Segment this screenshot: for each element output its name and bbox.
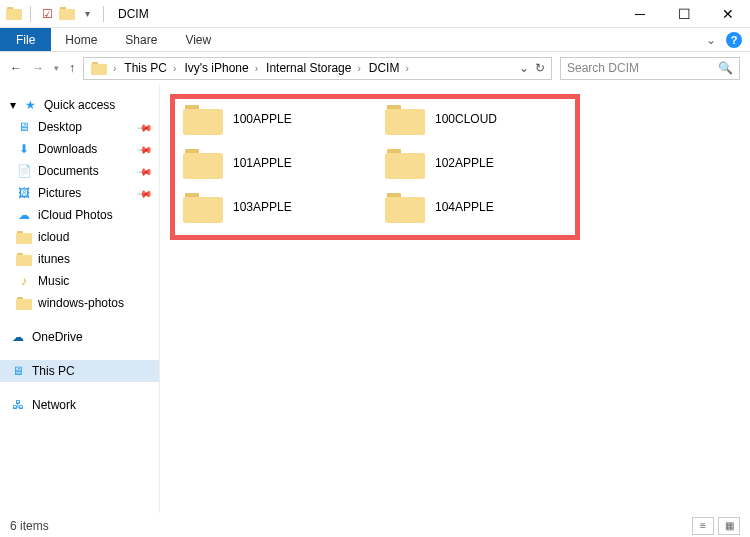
- pin-icon: 📌: [137, 141, 153, 157]
- desktop-icon: 🖥: [16, 119, 32, 135]
- quick-access-toolbar: ☑ ▾ DCIM: [0, 6, 149, 22]
- address-bar[interactable]: › This PC› Ivy's iPhone› Internal Storag…: [83, 57, 552, 80]
- maximize-button[interactable]: ☐: [662, 0, 706, 28]
- content-pane: 100APPLE 100CLOUD 101APPLE 102APPLE 103A…: [160, 84, 750, 513]
- chevron-icon[interactable]: ›: [355, 63, 362, 74]
- folder-item[interactable]: 104APPLE: [385, 191, 567, 223]
- folder-item[interactable]: 100CLOUD: [385, 103, 567, 135]
- tab-share[interactable]: Share: [111, 28, 171, 51]
- up-button[interactable]: ↑: [69, 61, 75, 75]
- download-icon: ⬇: [16, 141, 32, 157]
- pin-icon: 📌: [137, 185, 153, 201]
- ribbon-expand-icon[interactable]: ⌄: [706, 33, 716, 47]
- network-icon: 🖧: [10, 397, 26, 413]
- folder-item[interactable]: 102APPLE: [385, 147, 567, 179]
- folder-label: 104APPLE: [435, 200, 494, 214]
- folder-icon: [183, 147, 223, 179]
- sidebar-onedrive[interactable]: ☁ OneDrive: [0, 326, 159, 348]
- sidebar-item-documents[interactable]: 📄 Documents 📌: [0, 160, 159, 182]
- title-bar: ☑ ▾ DCIM ─ ☐ ✕: [0, 0, 750, 28]
- file-tab[interactable]: File: [0, 28, 51, 51]
- folder-item[interactable]: 101APPLE: [183, 147, 365, 179]
- refresh-icon[interactable]: ↻: [535, 61, 545, 75]
- sidebar-item-windows-photos[interactable]: windows-photos: [0, 292, 159, 314]
- music-icon: ♪: [16, 273, 32, 289]
- pin-icon: 📌: [137, 119, 153, 135]
- sidebar-item-downloads[interactable]: ⬇ Downloads 📌: [0, 138, 159, 160]
- pc-icon: 🖥: [10, 363, 26, 379]
- sidebar-network[interactable]: 🖧 Network: [0, 394, 159, 416]
- picture-icon: 🖼: [16, 185, 32, 201]
- sidebar-item-icloud-photos[interactable]: ☁ iCloud Photos: [0, 204, 159, 226]
- sidebar-item-icloud[interactable]: icloud: [0, 226, 159, 248]
- sidebar-item-pictures[interactable]: 🖼 Pictures 📌: [0, 182, 159, 204]
- search-box[interactable]: 🔍: [560, 57, 740, 80]
- breadcrumb: Internal Storage›: [263, 61, 366, 75]
- folder-item[interactable]: 100APPLE: [183, 103, 365, 135]
- folder-label: 102APPLE: [435, 156, 494, 170]
- sidebar-quick-access[interactable]: ▾ ★ Quick access: [0, 94, 159, 116]
- expand-icon[interactable]: ▾: [10, 98, 16, 112]
- tab-view[interactable]: View: [171, 28, 225, 51]
- search-icon[interactable]: 🔍: [718, 61, 733, 75]
- address-dropdown-icon[interactable]: ⌄: [519, 61, 529, 75]
- window-controls: ─ ☐ ✕: [618, 0, 750, 28]
- status-bar: 6 items ≡ ▦: [0, 513, 750, 537]
- folder-label: 100APPLE: [233, 112, 292, 126]
- folder-icon: [385, 147, 425, 179]
- sidebar-item-itunes[interactable]: itunes: [0, 248, 159, 270]
- qat-dropdown-icon[interactable]: ▾: [79, 6, 95, 22]
- folder-label: 103APPLE: [233, 200, 292, 214]
- help-icon[interactable]: ?: [726, 32, 742, 48]
- pin-icon: 📌: [137, 163, 153, 179]
- sidebar-item-desktop[interactable]: 🖥 Desktop 📌: [0, 116, 159, 138]
- chevron-icon[interactable]: ›: [171, 63, 178, 74]
- folder-item[interactable]: 103APPLE: [183, 191, 365, 223]
- folder-label: 101APPLE: [233, 156, 292, 170]
- document-icon: 📄: [16, 163, 32, 179]
- recent-dropdown-icon[interactable]: ▾: [54, 63, 59, 73]
- forward-button[interactable]: →: [32, 61, 44, 75]
- breadcrumb: Ivy's iPhone›: [181, 61, 263, 75]
- item-count: 6 items: [10, 519, 49, 533]
- onedrive-icon: ☁: [10, 329, 26, 345]
- folder-icon: [6, 6, 22, 22]
- separator: [103, 6, 104, 22]
- tab-home[interactable]: Home: [51, 28, 111, 51]
- nav-arrows: ← → ▾ ↑: [10, 61, 75, 75]
- folder-icon: [385, 103, 425, 135]
- details-view-button[interactable]: ≡: [692, 517, 714, 535]
- folder-icon: [183, 191, 223, 223]
- ribbon: File Home Share View ⌄ ?: [0, 28, 750, 52]
- folder-icon: [385, 191, 425, 223]
- navigation-pane: ▾ ★ Quick access 🖥 Desktop 📌 ⬇ Downloads…: [0, 84, 160, 513]
- highlighted-folders: 100APPLE 100CLOUD 101APPLE 102APPLE 103A…: [170, 94, 580, 240]
- sidebar-item-music[interactable]: ♪ Music: [0, 270, 159, 292]
- folder-icon: [16, 295, 32, 311]
- folder-icon: [183, 103, 223, 135]
- separator: [30, 6, 31, 22]
- navigation-row: ← → ▾ ↑ › This PC› Ivy's iPhone› Interna…: [0, 52, 750, 84]
- minimize-button[interactable]: ─: [618, 0, 662, 28]
- breadcrumb: This PC›: [121, 61, 181, 75]
- icloud-icon: ☁: [16, 207, 32, 223]
- icons-view-button[interactable]: ▦: [718, 517, 740, 535]
- new-folder-icon[interactable]: [59, 6, 75, 22]
- breadcrumb: DCIM›: [366, 61, 414, 75]
- folder-icon: [16, 229, 32, 245]
- folder-label: 100CLOUD: [435, 112, 497, 126]
- sidebar-this-pc[interactable]: 🖥 This PC: [0, 360, 159, 382]
- properties-icon[interactable]: ☑: [39, 6, 55, 22]
- close-button[interactable]: ✕: [706, 0, 750, 28]
- breadcrumb-root-icon[interactable]: ›: [88, 62, 121, 75]
- back-button[interactable]: ←: [10, 61, 22, 75]
- chevron-icon[interactable]: ›: [403, 63, 410, 74]
- star-icon: ★: [22, 97, 38, 113]
- chevron-icon[interactable]: ›: [253, 63, 260, 74]
- window-title: DCIM: [112, 7, 149, 21]
- search-input[interactable]: [567, 61, 707, 75]
- folder-icon: [16, 251, 32, 267]
